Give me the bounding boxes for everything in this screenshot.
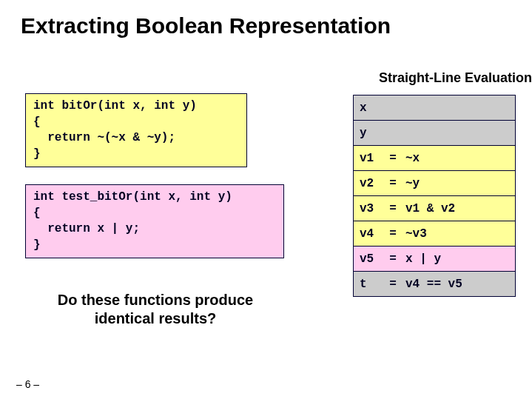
page-title: Extracting Boolean Representation xyxy=(21,13,391,38)
var-cell: y xyxy=(354,121,515,145)
table-row: v3 = v1 & v2 xyxy=(354,196,515,221)
expr-cell: ~y xyxy=(400,171,515,195)
var-cell: v2 xyxy=(354,171,386,195)
page-number: – 6 – xyxy=(16,378,39,390)
table-row: v2 = ~y xyxy=(354,171,515,195)
table-row: v5 = x | y xyxy=(354,247,515,271)
expr-cell: ~x xyxy=(400,146,515,170)
var-cell: v4 xyxy=(354,221,386,246)
eq-cell: = xyxy=(386,146,400,170)
eq-cell: = xyxy=(386,171,400,195)
table-row: y xyxy=(354,121,515,145)
expr-cell: x | y xyxy=(400,247,515,271)
expr-cell: ~v3 xyxy=(400,221,515,246)
code-test-bitor: int test_bitOr(int x, int y) { return x … xyxy=(25,184,284,258)
var-cell: x xyxy=(354,95,515,120)
eq-cell: = xyxy=(386,221,400,246)
eval-table: x y v1 = ~x v2 = ~y v3 = v1 & v2 v4 = ~v… xyxy=(353,95,516,297)
var-cell: v5 xyxy=(354,247,386,271)
table-row: t = v4 == v5 xyxy=(354,272,515,296)
expr-cell: v1 & v2 xyxy=(400,196,515,221)
eq-cell: = xyxy=(386,272,400,296)
var-cell: t xyxy=(354,272,386,296)
question-line2: identical results? xyxy=(95,310,217,326)
var-cell: v3 xyxy=(354,196,386,221)
eq-cell: = xyxy=(386,247,400,271)
subtitle: Straight-Line Evaluation xyxy=(379,70,532,86)
question-text: Do these functions produce identical res… xyxy=(44,291,266,328)
table-row: x xyxy=(354,95,515,120)
table-row: v4 = ~v3 xyxy=(354,221,515,246)
table-row: v1 = ~x xyxy=(354,146,515,170)
expr-cell: v4 == v5 xyxy=(400,272,515,296)
code-bitor: int bitOr(int x, int y) { return ~(~x & … xyxy=(25,93,247,167)
var-cell: v1 xyxy=(354,146,386,170)
eq-cell: = xyxy=(386,196,400,221)
question-line1: Do these functions produce xyxy=(58,292,253,308)
